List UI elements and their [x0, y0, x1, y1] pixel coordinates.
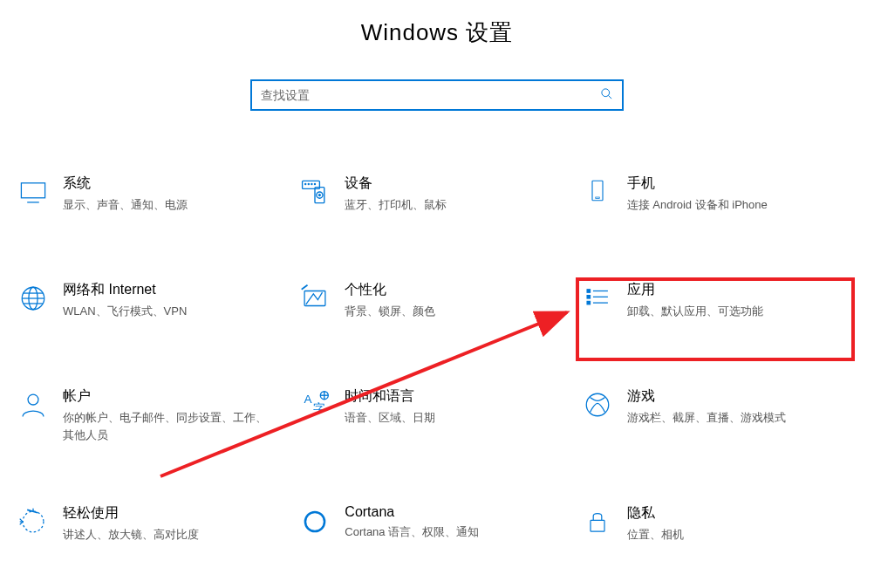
tile-privacy[interactable]: 隐私 位置、相机	[578, 501, 860, 553]
tile-ease-of-access[interactable]: 轻松使用 讲述人、放大镜、高对比度	[14, 501, 296, 553]
tile-title: 游戏	[627, 387, 786, 406]
phone-icon	[580, 174, 615, 209]
lock-icon	[580, 504, 615, 539]
tile-desc: WLAN、飞行模式、VPN	[63, 303, 187, 320]
tile-title: 轻松使用	[63, 504, 199, 523]
xbox-icon	[580, 387, 615, 422]
tile-network[interactable]: 网络和 Internet WLAN、飞行模式、VPN	[14, 277, 296, 330]
svg-point-32	[586, 393, 609, 416]
svg-rect-22	[587, 296, 590, 298]
tile-title: 帐户	[63, 387, 272, 406]
display-icon	[16, 174, 51, 209]
tile-gaming[interactable]: 游戏 游戏栏、截屏、直播、游戏模式	[578, 384, 860, 447]
tile-time-language[interactable]: A 字 时间和语言 语音、区域、日期	[296, 384, 577, 447]
svg-rect-35	[591, 520, 604, 531]
tile-desc: Cortana 语言、权限、通知	[345, 523, 479, 541]
svg-point-7	[311, 183, 312, 184]
tile-title: 隐私	[627, 504, 684, 523]
svg-point-8	[315, 183, 316, 184]
cortana-icon	[297, 504, 332, 539]
user-icon	[16, 387, 51, 422]
search-box[interactable]	[250, 79, 624, 111]
search-icon	[600, 87, 613, 103]
ease-of-access-icon	[16, 504, 51, 539]
svg-point-0	[602, 89, 610, 97]
tile-title: 网络和 Internet	[63, 281, 187, 299]
page-title: Windows 设置	[0, 0, 874, 48]
svg-rect-13	[595, 197, 599, 199]
tile-personalization[interactable]: 个性化 背景、锁屏、颜色	[296, 277, 577, 330]
tile-desc: 卸载、默认应用、可选功能	[627, 303, 763, 320]
svg-rect-2	[21, 183, 44, 198]
search-input[interactable]	[261, 88, 600, 102]
devices-icon	[297, 174, 332, 209]
tile-desc: 位置、相机	[627, 526, 684, 544]
tile-title: 手机	[627, 174, 768, 193]
language-icon: A 字	[297, 387, 332, 422]
tile-desc: 背景、锁屏、颜色	[345, 303, 435, 320]
tile-title: 时间和语言	[345, 387, 435, 406]
tile-title: 应用	[627, 281, 763, 299]
tile-apps[interactable]: 应用 卸载、默认应用、可选功能	[578, 277, 860, 330]
svg-rect-20	[587, 290, 590, 292]
svg-point-26	[28, 394, 38, 405]
tile-phone[interactable]: 手机 连接 Android 设备和 iPhone	[578, 171, 860, 223]
globe-icon	[16, 281, 51, 316]
tile-desc: 语音、区域、日期	[345, 409, 435, 427]
tile-desc: 连接 Android 设备和 iPhone	[627, 196, 768, 214]
svg-point-33	[23, 511, 44, 532]
tile-title: Cortana	[345, 504, 479, 520]
tile-title: 设备	[345, 174, 447, 193]
tile-title: 个性化	[345, 281, 435, 299]
svg-text:字: 字	[314, 402, 326, 415]
tile-desc: 显示、声音、通知、电源	[63, 196, 188, 214]
tile-desc: 讲述人、放大镜、高对比度	[63, 526, 199, 544]
tile-system[interactable]: 系统 显示、声音、通知、电源	[14, 171, 296, 223]
svg-text:A: A	[304, 393, 312, 406]
svg-rect-24	[587, 301, 590, 304]
svg-point-6	[309, 183, 310, 184]
paint-icon	[297, 281, 332, 316]
tile-devices[interactable]: 设备 蓝牙、打印机、鼠标	[296, 171, 577, 223]
svg-point-5	[305, 183, 306, 184]
tile-title: 系统	[63, 174, 188, 193]
apps-list-icon	[580, 281, 615, 316]
tile-desc: 游戏栏、截屏、直播、游戏模式	[627, 409, 786, 427]
tile-accounts[interactable]: 帐户 你的帐户、电子邮件、同步设置、工作、其他人员	[14, 384, 296, 447]
tile-desc: 你的帐户、电子邮件、同步设置、工作、其他人员	[63, 409, 272, 443]
svg-line-1	[608, 95, 611, 99]
svg-point-11	[319, 195, 321, 196]
tile-desc: 蓝牙、打印机、鼠标	[345, 196, 447, 214]
svg-point-34	[305, 512, 324, 531]
tile-cortana[interactable]: Cortana Cortana 语言、权限、通知	[296, 501, 577, 553]
